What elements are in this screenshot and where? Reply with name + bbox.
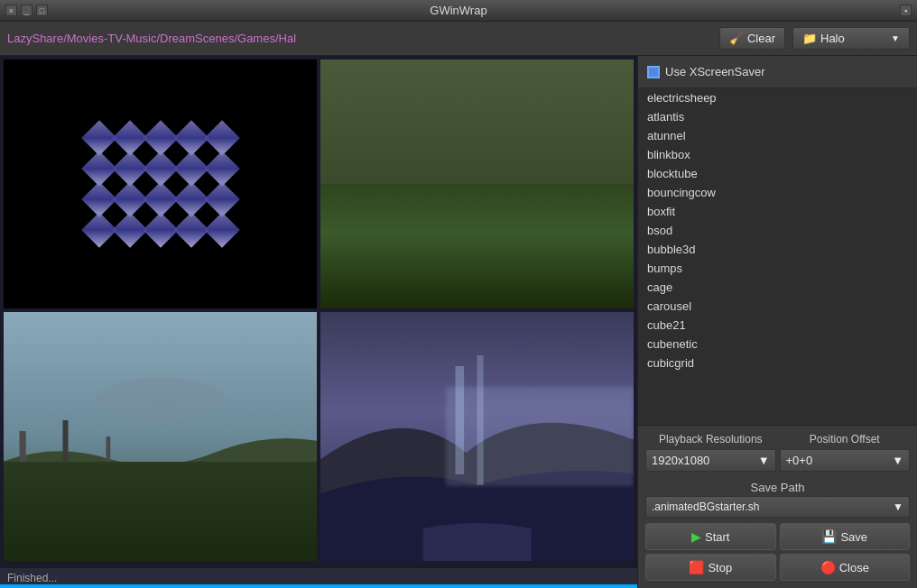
title-bar: × _ □ GWinWrap ▪ (0, 0, 917, 22)
svg-rect-2 (380, 124, 402, 287)
svg-rect-5 (467, 103, 483, 287)
list-item[interactable]: cubenetic (638, 335, 917, 354)
list-item[interactable]: bouncingcow (638, 183, 917, 202)
svg-rect-7 (532, 135, 544, 287)
list-item[interactable]: atunnel (638, 126, 917, 145)
breadcrumb: LazyShare/Movies-TV-Music/DreamScenes/Ga… (7, 32, 712, 45)
folder-icon: 📁 (802, 32, 817, 45)
svg-rect-10 (4, 312, 317, 561)
svg-point-3 (347, 60, 434, 189)
svg-point-14 (96, 377, 226, 420)
list-item[interactable]: electricsheep (638, 88, 917, 107)
progress-bar (0, 584, 637, 588)
gallery-item-2[interactable] (320, 60, 634, 308)
svg-point-6 (437, 60, 513, 162)
diamond (204, 212, 240, 248)
main-area: Finished... Use XScreenSaver electricshe… (0, 56, 917, 588)
gallery-item-1[interactable] (4, 60, 317, 308)
toolbar: LazyShare/Movies-TV-Music/DreamScenes/Ga… (0, 22, 917, 56)
close-window-button[interactable]: × (5, 5, 17, 16)
folder-dropdown[interactable]: 📁 Halo ▼ (792, 27, 910, 50)
list-item[interactable]: blocktube (638, 164, 917, 183)
svg-rect-13 (107, 436, 111, 474)
save-icon: 💾 (821, 529, 837, 544)
svg-rect-12 (63, 420, 69, 474)
save-path-dropdown[interactable]: .animatedBGstarter.sh ▼ (645, 496, 910, 518)
xscreensaver-checkbox[interactable] (647, 66, 660, 78)
clear-button[interactable]: 🧹 Clear (719, 27, 785, 50)
svg-rect-11 (20, 431, 26, 474)
window-resize-button[interactable]: ▪ (900, 5, 912, 16)
gallery-area: Finished... (0, 56, 637, 588)
list-item[interactable]: boxfit (638, 202, 917, 221)
svg-rect-1 (320, 211, 634, 308)
list-item[interactable]: carousel (638, 297, 917, 316)
minimize-window-button[interactable]: _ (21, 5, 32, 16)
maximize-window-button[interactable]: □ (36, 5, 48, 16)
close-button[interactable]: 🔴 Close (780, 554, 911, 581)
list-item[interactable]: bumps (638, 259, 917, 278)
resolution-dropdown[interactable]: 1920x1080 ▼ (645, 449, 776, 472)
svg-rect-18 (456, 366, 465, 474)
gallery-grid (0, 56, 637, 565)
position-offset-label: Position Offset (780, 433, 911, 446)
xscreensaver-label: Use XScreenSaver (665, 65, 765, 78)
diamond-grid (87, 125, 235, 243)
screensaver-list[interactable]: electricsheepatlantisatunnelblinkboxbloc… (638, 88, 917, 426)
list-item[interactable]: blinkbox (638, 145, 917, 164)
playback-resolutions-label: Playback Resolutions (645, 433, 776, 446)
list-item[interactable]: bubble3d (638, 240, 917, 259)
svg-rect-19 (477, 355, 484, 485)
title-bar-controls: × _ □ (5, 5, 48, 16)
list-item[interactable]: bsod (638, 221, 917, 240)
svg-point-8 (507, 87, 568, 184)
play-icon: ▶ (691, 529, 701, 544)
svg-point-4 (358, 60, 423, 168)
chevron-down-icon: ▼ (891, 33, 900, 43)
status-bar: Finished... (0, 568, 637, 588)
start-button[interactable]: ▶ Start (645, 523, 776, 550)
action-buttons: ▶ Start 💾 Save 🟥 Stop 🔴 Close (645, 523, 910, 581)
svg-rect-0 (320, 60, 634, 308)
chevron-down-icon: ▼ (758, 454, 770, 467)
svg-rect-9 (320, 254, 634, 308)
stop-icon: 🟥 (689, 560, 704, 574)
list-item[interactable]: atlantis (638, 107, 917, 126)
resolution-group: Playback Resolutions 1920x1080 ▼ (645, 433, 776, 472)
chevron-down-icon: ▼ (892, 454, 903, 467)
offset-group: Position Offset +0+0 ▼ (780, 433, 911, 472)
right-panel: Use XScreenSaver electricsheepatlantisat… (637, 56, 917, 588)
controls-section: Playback Resolutions 1920x1080 ▼ Positio… (638, 426, 917, 588)
gallery-item-3[interactable] (4, 312, 317, 561)
list-item[interactable]: cubicgrid (638, 354, 917, 372)
stop-button[interactable]: 🟥 Stop (645, 554, 776, 581)
broom-icon: 🧹 (729, 32, 744, 45)
xscreensaver-bar: Use XScreenSaver (638, 56, 917, 88)
save-path-label: Save Path (645, 477, 910, 496)
save-button[interactable]: 💾 Save (780, 523, 911, 550)
app-title: GWinWrap (430, 4, 486, 17)
status-text: Finished... (7, 572, 57, 584)
chevron-down-icon: ▼ (893, 501, 903, 513)
list-item[interactable]: cage (638, 278, 917, 297)
offset-dropdown[interactable]: +0+0 ▼ (780, 449, 911, 472)
list-item[interactable]: cube21 (638, 316, 917, 335)
close-icon: 🔴 (820, 560, 836, 574)
gallery-item-4[interactable] (320, 312, 634, 561)
resolution-row: Playback Resolutions 1920x1080 ▼ Positio… (645, 433, 910, 472)
